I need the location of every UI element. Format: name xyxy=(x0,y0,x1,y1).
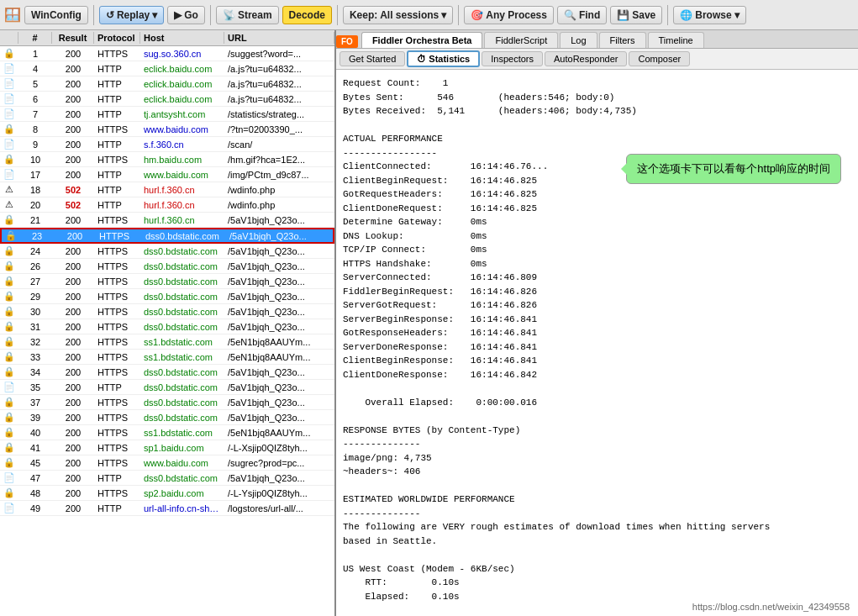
browse-button[interactable]: 🌐 Browse ▾ xyxy=(673,6,745,24)
table-row[interactable]: 📄 5 200 HTTP eclick.baidu.com /a.js?tu=u… xyxy=(0,76,334,92)
row-url: /5aV1bjqh_Q23o... xyxy=(224,261,334,272)
tab-timeline[interactable]: Timeline xyxy=(648,32,704,48)
go-button[interactable]: ▶ Go xyxy=(167,6,205,24)
row-protocol: HTTPS xyxy=(94,245,140,257)
row-host: ss1.bdstatic.com xyxy=(140,427,224,439)
table-row[interactable]: 🔒 30 200 HTTPS dss0.bdstatic.com /5aV1bj… xyxy=(0,304,334,319)
col-header-num: # xyxy=(18,32,52,44)
tab-filters[interactable]: Filters xyxy=(599,32,646,48)
table-row[interactable]: 🔒 8 200 HTTPS www.baidu.com /?tn=0200339… xyxy=(0,122,334,137)
winconfig-button[interactable]: WinConfig xyxy=(24,6,88,24)
table-row[interactable]: 🔒 1 200 HTTPS sug.so.360.cn /suggest?wor… xyxy=(0,46,334,61)
table-row[interactable]: 🔒 45 200 HTTPS www.baidu.com /sugrec?pro… xyxy=(0,455,334,471)
table-row[interactable]: 📄 4 200 HTTP eclick.baidu.com /a.js?tu=u… xyxy=(0,61,334,76)
row-icon: 🔒 xyxy=(0,47,18,60)
toolbar-sep-5 xyxy=(667,5,668,25)
row-url: /logstores/url-all/... xyxy=(224,503,334,514)
row-host: dss0.bdstatic.com xyxy=(142,230,226,242)
replay-button[interactable]: ↺ Replay ▾ xyxy=(99,6,164,24)
tab-log[interactable]: Log xyxy=(560,32,597,48)
inner-tab-inspectors[interactable]: Inspectors xyxy=(482,51,543,66)
decode-button[interactable]: Decode xyxy=(282,6,332,24)
row-icon: 🔒 xyxy=(0,290,18,303)
table-row[interactable]: 🔒 32 200 HTTPS ss1.bdstatic.com /5eN1bjq… xyxy=(0,334,334,350)
row-result: 200 xyxy=(54,230,96,242)
stream-icon: 📡 xyxy=(223,9,235,21)
table-row[interactable]: 🔒 21 200 HTTPS hurl.f.360.cn /5aV1bjqh_Q… xyxy=(0,213,334,228)
table-row[interactable]: 🔒 48 200 HTTPS sp2.baidu.com /-L-Ysjip0Q… xyxy=(0,486,334,501)
table-row[interactable]: 🔒 27 200 HTTPS dss0.bdstatic.com /5aV1bj… xyxy=(0,274,334,289)
row-result: 200 xyxy=(52,276,94,287)
table-row[interactable]: 🔒 39 200 HTTPS dss0.bdstatic.com /5aV1bj… xyxy=(0,410,334,425)
row-protocol: HTTPS xyxy=(94,154,140,166)
col-header-host: Host xyxy=(140,32,224,44)
row-result: 200 xyxy=(52,124,94,135)
table-row[interactable]: 🔒 29 200 HTTPS dss0.bdstatic.com /5aV1bj… xyxy=(0,289,334,304)
row-num: 30 xyxy=(18,306,52,318)
table-row[interactable]: 📄 7 200 HTTP tj.antsysht.com /statistics… xyxy=(0,107,334,122)
row-protocol: HTTP xyxy=(94,169,140,181)
save-button[interactable]: 💾 Save xyxy=(610,6,662,24)
tab-fiddler-script[interactable]: FiddlerScript xyxy=(484,32,558,48)
inner-tab-auto-responder[interactable]: AutoResponder xyxy=(545,51,627,66)
table-row[interactable]: ⚠ 18 502 HTTP hurl.f.360.cn /wdinfo.php xyxy=(0,182,334,197)
table-row[interactable]: 📄 17 200 HTTP www.baidu.com /img/PCtm_d9… xyxy=(0,167,334,182)
row-result: 200 xyxy=(52,139,94,150)
table-row[interactable]: 🔒 34 200 HTTPS dss0.bdstatic.com /5aV1bj… xyxy=(0,365,334,380)
row-icon: 📄 xyxy=(0,138,18,150)
table-row[interactable]: 🔒 33 200 HTTPS ss1.bdstatic.com /5eN1bjq… xyxy=(0,350,334,365)
find-button[interactable]: 🔍 Find xyxy=(557,6,607,24)
table-row[interactable]: 🔒 24 200 HTTPS dss0.bdstatic.com /5aV1bj… xyxy=(0,244,334,259)
inner-tab-get-started[interactable]: Get Started xyxy=(340,51,405,66)
table-row[interactable]: 🔒 41 200 HTTPS sp1.baidu.com /-L-Xsjip0Q… xyxy=(0,440,334,455)
row-result: 200 xyxy=(52,351,94,363)
any-process-button[interactable]: 🎯 Any Process xyxy=(464,6,554,24)
keep-button[interactable]: Keep: All sessions ▾ xyxy=(343,6,453,24)
row-num: 26 xyxy=(18,261,52,272)
go-icon: ▶ xyxy=(174,9,182,21)
row-num: 49 xyxy=(18,503,52,514)
row-url: /statistics/strateg... xyxy=(224,108,334,120)
target-icon: 🎯 xyxy=(471,9,483,21)
table-row[interactable]: ⚠ 20 502 HTTP hurl.f.360.cn /wdinfo.php xyxy=(0,197,334,213)
table-row[interactable]: 🔒 23 200 HTTPS dss0.bdstatic.com /5aV1bj… xyxy=(0,228,334,244)
row-icon: 📄 xyxy=(0,168,18,181)
table-row[interactable]: 🔒 31 200 HTTPS dss0.bdstatic.com /5aV1bj… xyxy=(0,319,334,334)
table-row[interactable]: 🔒 40 200 HTTPS ss1.bdstatic.com /5eN1bjq… xyxy=(0,425,334,440)
table-row[interactable]: 🔒 37 200 HTTPS dss0.bdstatic.com /5aV1bj… xyxy=(0,395,334,410)
row-num: 7 xyxy=(18,108,52,120)
row-num: 4 xyxy=(18,63,52,75)
top-tab-bar: FO Fiddler Orchestra Beta FiddlerScript … xyxy=(336,30,858,49)
inner-tab-composer[interactable]: Composer xyxy=(629,51,690,66)
row-result: 200 xyxy=(52,457,94,469)
row-host: dss0.bdstatic.com xyxy=(140,276,224,287)
row-url: /wdinfo.php xyxy=(224,199,334,211)
inner-tab-statistics[interactable]: ⏱ Statistics xyxy=(407,50,480,67)
row-num: 29 xyxy=(18,291,52,303)
table-row[interactable]: 📄 9 200 HTTP s.f.360.cn /scan/ xyxy=(0,137,334,152)
row-icon: 🔒 xyxy=(0,260,18,272)
row-url: /suggest?word=... xyxy=(224,48,334,60)
row-host: dss0.bdstatic.com xyxy=(140,291,224,303)
row-url: /5aV1bjqh_Q23o... xyxy=(226,230,333,242)
row-num: 24 xyxy=(18,245,52,257)
row-num: 8 xyxy=(18,124,52,135)
row-protocol: HTTPS xyxy=(94,291,140,303)
table-row[interactable]: 🔒 26 200 HTTPS dss0.bdstatic.com /5aV1bj… xyxy=(0,259,334,274)
row-num: 31 xyxy=(18,321,52,333)
column-headers: # Result Protocol Host URL xyxy=(0,30,334,46)
row-num: 37 xyxy=(18,397,52,408)
table-row[interactable]: 📄 6 200 HTTP eclick.baidu.com /a.js?tu=u… xyxy=(0,92,334,107)
table-row[interactable]: 🔒 10 200 HTTPS hm.baidu.com /hm.gif?hca=… xyxy=(0,152,334,167)
table-row[interactable]: 📄 47 200 HTTP dss0.bdstatic.com /5aV1bjq… xyxy=(0,471,334,486)
row-host: dss0.bdstatic.com xyxy=(140,261,224,272)
table-row[interactable]: 📄 35 200 HTTP dss0.bdstatic.com /5aV1bjq… xyxy=(0,380,334,395)
tab-fiddler-orchestra[interactable]: Fiddler Orchestra Beta xyxy=(361,32,483,48)
row-protocol: HTTPS xyxy=(94,276,140,287)
table-row[interactable]: 📄 49 200 HTTP url-all-info.cn-shan... /l… xyxy=(0,501,334,516)
stream-button[interactable]: 📡 Stream xyxy=(216,6,279,24)
toolbar-sep-2 xyxy=(210,5,211,25)
statistics-content: Request Count: 1 Bytes Sent: 546 (header… xyxy=(336,70,858,616)
row-num: 35 xyxy=(18,382,52,393)
row-num: 41 xyxy=(18,442,52,454)
